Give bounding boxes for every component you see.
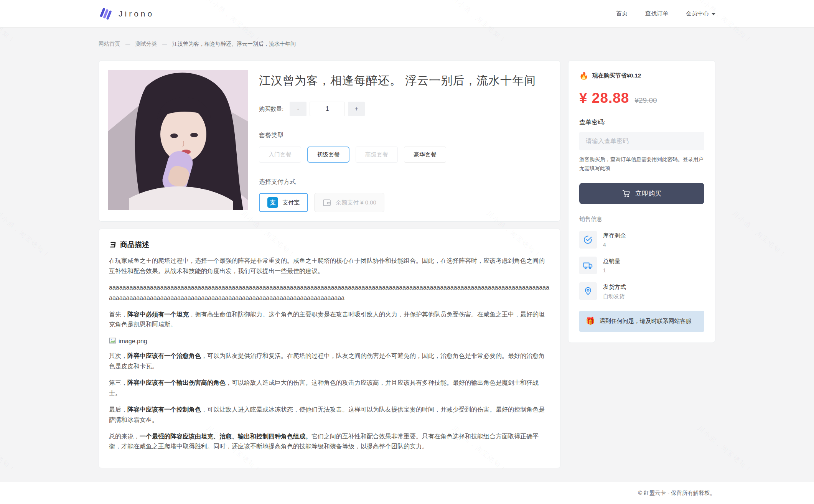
product-image (108, 70, 248, 210)
payment-options: 支支付宝余额支付 ¥ 0.00 (259, 193, 551, 212)
sale-sold-value: 1 (603, 267, 620, 273)
current-price: ¥ 28.88 (579, 90, 629, 106)
description-heading: 商品描述 (120, 240, 149, 250)
nav-find-order[interactable]: 查找订单 (645, 10, 668, 17)
brand-logo-icon (99, 7, 113, 21)
broken-image: image.png (109, 338, 550, 345)
watermark-text: 川小熊，淘宝绝知！ (0, 424, 18, 475)
order-password-hint: 游客购买后，查询订单信息需要用到此密码。登录用户无需填写此项 (579, 155, 704, 173)
description-paragraph: 首先，阵容中必须有一个坦克，拥有高生命值和防御能力。这个角色的主要职责是在攻击时… (109, 310, 550, 330)
description-paragraph: 第三，阵容中应该有一个输出伤害高的角色，可以给敌人造成巨大的伤害。这种角色的攻击… (109, 378, 550, 399)
nav-home[interactable]: 首页 (616, 10, 628, 17)
breadcrumb: 网站首页—测试分类—江汉曾为客，相逢每醉还。浮云一别后，流水十年间 (99, 41, 715, 48)
description-card: 商品描述 在玩家咸鱼之王的爬塔过程中，选择一个最强的阵容是非常重要的。咸鱼之王爬… (99, 229, 560, 468)
quantity-label: 购买数量: (259, 105, 283, 113)
sale-delivery-value: 自动发货 (603, 293, 626, 300)
sale-delivery-label: 发货方式 (603, 282, 626, 291)
payment-option-balance-label: 余额支付 ¥ 0.00 (336, 199, 376, 206)
gift-icon: 🎁 (586, 316, 595, 326)
brand-logo[interactable]: Jirono (99, 7, 154, 21)
nav-member-center-label: 会员中心 (686, 10, 709, 17)
breadcrumb-separator: — (162, 41, 167, 47)
package-options: 入门套餐初级套餐高级套餐豪华套餐 (259, 147, 551, 163)
payment-method-label: 选择支付方式 (259, 178, 551, 186)
payment-option-alipay-label: 支付宝 (282, 199, 300, 206)
check-circle-icon (579, 231, 597, 249)
location-pin-icon (579, 282, 597, 300)
fire-icon: 🔥 (579, 71, 588, 80)
watermark-text: 川小熊，淘宝绝知！ (730, 209, 789, 260)
page: Jirono 首页查找订单会员中心 网站首页—测试分类—江汉曾为客，相逢每醉还。… (0, 0, 814, 504)
cart-icon (622, 189, 630, 198)
product-title: 江汉曾为客，相逢每醉还。 浮云一别后，流水十年间 (259, 73, 551, 89)
description-body: 在玩家咸鱼之王的爬塔过程中，选择一个最强的阵容是非常重要的。咸鱼之王爬塔的核心在… (109, 256, 550, 452)
broken-image-filename: image.png (119, 338, 147, 345)
chevron-down-icon (712, 13, 715, 15)
payment-option-alipay[interactable]: 支支付宝 (259, 193, 308, 212)
description-paragraph: 最后，阵容中应该有一个控制角色，可以让敌人进入眩晕或冰冻状态，使他们无法攻击。这… (109, 405, 550, 425)
main-nav: 首页查找订单会员中心 (616, 10, 715, 17)
sale-stock-value: 4 (603, 242, 626, 248)
broken-image-icon (109, 338, 116, 345)
product-card: 江汉曾为客，相逢每醉还。 浮云一别后，流水十年间 购买数量: - 1 + 套餐类… (99, 60, 560, 222)
package-option-deluxe[interactable]: 豪华套餐 (404, 147, 446, 163)
buy-now-label: 立即购买 (635, 189, 661, 198)
quantity-plus-button[interactable]: + (348, 102, 365, 116)
quantity-minus-button[interactable]: - (290, 102, 306, 116)
description-paragraph: 总的来说，一个最强的阵容应该由坦克、治愈、输出和控制四种角色组成。它们之间的互补… (109, 432, 550, 452)
contact-notice: 🎁 遇到任何问题，请及时联系网站客服 (579, 311, 704, 332)
truck-icon (579, 257, 597, 274)
alipay-icon: 支 (267, 197, 278, 208)
breadcrumb-separator: — (125, 41, 130, 47)
footer-copyright: © 红盟云卡 - 保留所有解释权。 (99, 489, 715, 497)
breadcrumb-item[interactable]: 网站首页 (99, 41, 120, 48)
description-paragraph: aaaaaaaaaaaaaaaaaaaaaaaaaaaaaaaaaaaaaaaa… (109, 283, 550, 303)
sales-info-list: 库存剩余4总销量1发货方式自动发货 (579, 231, 704, 300)
watermark-text: 川小熊，淘宝绝知！ (0, 209, 52, 260)
purchase-sidebar: 🔥 现在购买节省¥0.12 ¥ 28.88 ¥29.00 查单密码: 游客购买后… (568, 60, 715, 343)
sale-stock: 库存剩余4 (579, 231, 704, 249)
nav-home-label: 首页 (616, 10, 628, 17)
quantity-value[interactable]: 1 (310, 102, 345, 116)
order-password-input[interactable] (579, 132, 704, 150)
sale-sold: 总销量1 (579, 257, 704, 274)
savings-text: 现在购买节省¥0.12 (592, 72, 641, 79)
payment-option-balance[interactable]: 余额支付 ¥ 0.00 (314, 193, 384, 212)
nav-find-order-label: 查找订单 (645, 10, 668, 17)
contact-notice-text: 遇到任何问题，请及时联系网站客服 (600, 316, 692, 326)
header: Jirono 首页查找订单会员中心 (0, 0, 814, 28)
description-icon (109, 241, 117, 249)
description-paragraph: 其次，阵容中应该有一个治愈角色，可以为队友提供治疗和复活。在爬塔的过程中，队友之… (109, 351, 550, 372)
sale-delivery: 发货方式自动发货 (579, 282, 704, 300)
sales-info-title: 销售信息 (579, 216, 704, 223)
wallet-icon (322, 198, 331, 207)
breadcrumb-item: 江汉曾为客，相逢每醉还。浮云一别后，流水十年间 (172, 41, 296, 48)
package-option-entry[interactable]: 入门套餐 (259, 147, 301, 163)
main-content: 江汉曾为客，相逢每醉还。 浮云一别后，流水十年间 购买数量: - 1 + 套餐类… (99, 60, 715, 468)
brand-name: Jirono (119, 9, 154, 18)
order-password-label: 查单密码: (579, 119, 704, 127)
quantity-stepper: - 1 + (290, 102, 365, 116)
package-option-basic[interactable]: 初级套餐 (307, 147, 349, 163)
nav-member-center[interactable]: 会员中心 (686, 10, 715, 17)
original-price: ¥29.00 (634, 96, 657, 105)
buy-now-button[interactable]: 立即购买 (579, 183, 704, 204)
package-option-advanced[interactable]: 高级套餐 (356, 147, 398, 163)
sale-stock-label: 库存剩余 (603, 231, 626, 239)
sale-sold-label: 总销量 (603, 257, 620, 265)
package-type-label: 套餐类型 (259, 132, 551, 140)
breadcrumb-item[interactable]: 测试分类 (135, 41, 157, 48)
footer: © 红盟云卡 - 保留所有解释权。 (0, 482, 814, 504)
description-paragraph: 在玩家咸鱼之王的爬塔过程中，选择一个最强的阵容是非常重要的。咸鱼之王爬塔的核心在… (109, 256, 550, 277)
product-photo-illustration (108, 70, 248, 210)
